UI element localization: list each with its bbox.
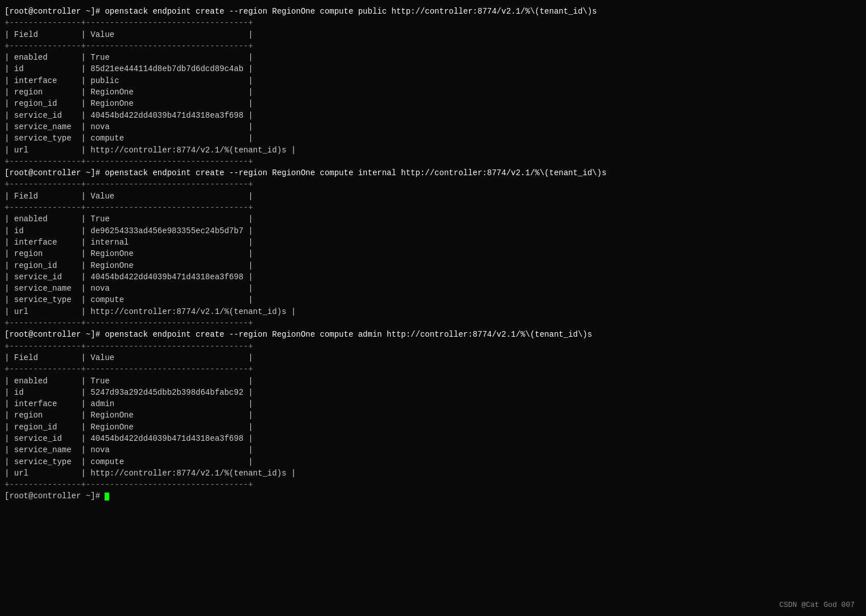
row-url-1: | url | http://controller:8774/v2.1/%(te… [5, 144, 861, 156]
row-id-3: | id | 5247d93a292d45dbb2b398d64bfabc92 … [5, 387, 861, 398]
row-region-3: | region | RegionOne | [5, 410, 861, 421]
table-header-3: | Field | Value | [5, 352, 861, 363]
separator-bot-2: +---------------+-----------------------… [5, 317, 861, 329]
row-service-type-3: | service_type | compute | [5, 456, 861, 468]
final-prompt-line[interactable]: [root@controller ~]# [5, 490, 861, 502]
row-interface-3: | interface | admin | [5, 398, 861, 410]
command-line-3: [root@controller ~]# openstack endpoint … [5, 329, 861, 340]
row-enabled-2: | enabled | True | [5, 213, 861, 225]
row-service-name-2: | service_name | nova | [5, 283, 861, 294]
row-enabled-3: | enabled | True | [5, 375, 861, 387]
separator-top-3: +---------------+-----------------------… [5, 341, 861, 352]
cursor [105, 493, 109, 501]
command-line-1: [root@controller ~]# openstack endpoint … [5, 6, 861, 17]
terminal-window: [root@controller ~]# openstack endpoint … [0, 3, 866, 505]
row-region-id-1: | region_id | RegionOne | [5, 98, 861, 109]
row-id-1: | id | 85d21ee444114d8eb7db7d6dcd89c4ab … [5, 63, 861, 75]
watermark: CSDN @Cat God 007 [779, 601, 855, 609]
row-url-3: | url | http://controller:8774/v2.1/%(te… [5, 468, 861, 479]
row-service-type-1: | service_type | compute | [5, 133, 861, 144]
row-id-2: | id | de96254333ad456e983355ec24b5d7b7 … [5, 225, 861, 237]
row-region-2: | region | RegionOne | [5, 248, 861, 259]
row-enabled-1: | enabled | True | [5, 52, 861, 63]
row-region-1: | region | RegionOne | [5, 86, 861, 98]
row-url-2: | url | http://controller:8774/v2.1/%(te… [5, 306, 861, 317]
row-service-id-2: | service_id | 40454bd422dd4039b471d4318… [5, 271, 861, 283]
separator-top-2: +---------------+-----------------------… [5, 179, 861, 190]
row-service-name-3: | service_name | nova | [5, 444, 861, 456]
command-line-2: [root@controller ~]# openstack endpoint … [5, 167, 861, 179]
row-service-id-3: | service_id | 40454bd422dd4039b471d4318… [5, 433, 861, 444]
row-service-type-2: | service_type | compute | [5, 294, 861, 305]
separator-mid-1: +---------------+-----------------------… [5, 40, 861, 52]
separator-mid-3: +---------------+-----------------------… [5, 363, 861, 375]
table-header-2: | Field | Value | [5, 191, 861, 202]
separator-bot-1: +---------------+-----------------------… [5, 156, 861, 167]
separator-mid-2: +---------------+-----------------------… [5, 202, 861, 213]
row-region-id-3: | region_id | RegionOne | [5, 421, 861, 433]
row-interface-2: | interface | internal | [5, 237, 861, 248]
row-service-id-1: | service_id | 40454bd422dd4039b471d4318… [5, 110, 861, 121]
table-header-1: | Field | Value | [5, 29, 861, 40]
separator-top-1: +---------------+-----------------------… [5, 17, 861, 28]
row-service-name-1: | service_name | nova | [5, 121, 861, 133]
separator-bot-3: +---------------+-----------------------… [5, 479, 861, 490]
row-region-id-2: | region_id | RegionOne | [5, 260, 861, 271]
row-interface-1: | interface | public | [5, 75, 861, 86]
